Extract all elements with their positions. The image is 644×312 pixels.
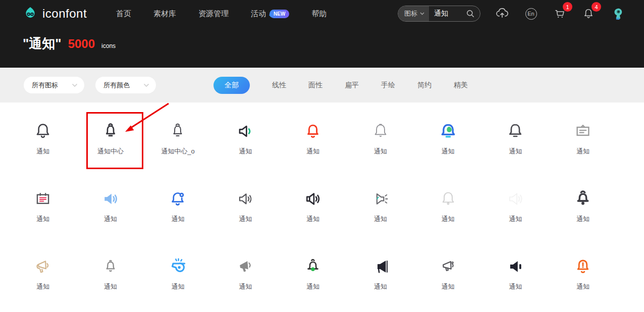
icon-card[interactable]: 通知: [549, 170, 617, 238]
iconfont-logo[interactable]: iconfont: [23, 6, 87, 21]
search-category-dropdown[interactable]: 图标: [398, 6, 429, 21]
upload-button[interactable]: [495, 6, 510, 21]
icon-card[interactable]: 通知: [481, 170, 549, 238]
nav-item-4[interactable]: 活动NEW: [251, 9, 289, 19]
search-button[interactable]: [466, 9, 480, 18]
topbar: iconfont 首页素材库资源管理活动NEW帮助 图标: [0, 0, 644, 27]
icon-card[interactable]: 通知: [211, 238, 279, 305]
new-badge: NEW: [270, 10, 289, 18]
icon-card[interactable]: 通知: [279, 238, 347, 305]
icon-card[interactable]: 通知: [347, 238, 414, 305]
icon-card[interactable]: 通知: [211, 170, 279, 238]
nav-item-label: 资源管理: [198, 9, 229, 19]
tab-手绘[interactable]: 手绘: [381, 81, 395, 90]
search-query-title: "通知": [23, 35, 62, 53]
icon-card[interactable]: 通知: [414, 238, 482, 305]
icon-card[interactable]: 通知: [9, 102, 77, 170]
icon-card-label: 通知: [171, 282, 184, 291]
icon-card[interactable]: 通知: [414, 102, 482, 170]
bell-center-icon: [101, 122, 120, 141]
icon-card-label: 通知: [36, 147, 49, 156]
icon-card[interactable]: 通知: [347, 102, 414, 170]
icon-card[interactable]: 通知: [414, 170, 482, 238]
speaker-white-icon: [506, 189, 525, 209]
icon-card-label: 通知: [171, 215, 184, 224]
bell-dot-blue-icon: [168, 189, 187, 209]
user-avatar[interactable]: [610, 6, 625, 21]
header-icons: En 1 4: [495, 6, 625, 21]
tab-线性[interactable]: 线性: [272, 81, 286, 90]
speaker-solid-bar-icon: [506, 257, 525, 276]
icon-card[interactable]: 通知: [279, 170, 347, 238]
nav-item-label: 活动: [251, 9, 266, 19]
language-icon: En: [525, 8, 537, 20]
tab-简约[interactable]: 简约: [417, 81, 432, 90]
icon-card-label: 通知: [576, 282, 589, 291]
icon-card-label: 通知: [442, 215, 455, 224]
icon-card[interactable]: 通知: [481, 102, 549, 170]
icon-card[interactable]: 通知: [279, 102, 347, 170]
megaphone-solid-icon: [236, 257, 255, 276]
speaker-green-wave-icon: [236, 122, 255, 141]
nav-item-label: 素材库: [153, 9, 176, 19]
notifications-button[interactable]: 4: [581, 6, 596, 21]
chevron-down-icon: [72, 83, 78, 87]
icon-card[interactable]: 通知: [144, 170, 212, 238]
icon-card[interactable]: 通知中心_o: [144, 102, 212, 170]
tab-面性[interactable]: 面性: [308, 81, 323, 90]
icon-card[interactable]: 通知中心: [77, 102, 144, 170]
icon-card-label: 通知: [509, 282, 522, 291]
icon-card[interactable]: 通知: [144, 238, 212, 305]
board-gray-icon: [573, 122, 593, 141]
icon-card-label: 通知: [239, 282, 252, 291]
icon-card[interactable]: 通知: [549, 102, 617, 170]
icon-card[interactable]: 通知: [347, 170, 414, 238]
horn-solid-icon: [371, 257, 390, 276]
icon-card-label: 通知: [576, 215, 589, 224]
icon-card-label: 通知中心: [97, 147, 124, 156]
search-icon: [466, 9, 475, 18]
bell-thin-icon: [371, 122, 390, 141]
tab-精美[interactable]: 精美: [454, 81, 468, 90]
nav-item-5[interactable]: 帮助: [311, 9, 327, 19]
dropdown-value: 所有图标: [32, 81, 58, 90]
icon-card-label: 通知: [442, 282, 455, 291]
icon-card-label: 通知: [374, 282, 387, 291]
filter-dropdown-2[interactable]: 所有颜色: [95, 77, 156, 93]
nav-item-1[interactable]: 首页: [116, 9, 131, 19]
icon-card[interactable]: 通知: [481, 238, 549, 305]
upload-cloud-icon: [495, 7, 509, 21]
icon-card[interactable]: 通知: [77, 170, 144, 238]
speaker-blue-filled-icon: [101, 189, 120, 209]
cart-badge: 1: [563, 2, 572, 12]
bell-green-dot-icon: [303, 257, 323, 276]
search-category-label: 图标: [404, 9, 417, 18]
nav-item-2[interactable]: 素材库: [153, 9, 176, 19]
bell-exclaim-icon: [573, 257, 593, 276]
cart-button[interactable]: 1: [552, 6, 567, 21]
language-toggle[interactable]: En: [523, 6, 539, 21]
icon-card-label: 通知: [239, 147, 252, 156]
filter-bar: 所有图标所有颜色 全部线性面性扁平手绘简约精美: [0, 68, 644, 102]
icon-card-label: 通知: [104, 215, 117, 224]
icon-grid: 通知通知中心通知中心_o通知通知通知通知通知通知通知通知通知通知通知通知通知通知…: [9, 102, 617, 305]
bell-red-icon: [303, 122, 323, 141]
filter-dropdown-1[interactable]: 所有图标: [24, 77, 84, 93]
iconfont-logo-icon: [23, 6, 38, 21]
nav-item-3[interactable]: 资源管理: [198, 9, 229, 19]
chevron-down-icon: [420, 12, 424, 15]
chevron-down-icon: [143, 83, 149, 87]
icon-card[interactable]: 通知: [549, 238, 617, 305]
speaker-left-rays-icon: [371, 189, 390, 209]
icon-card[interactable]: 通知: [211, 102, 279, 170]
icon-card-label: 通知: [306, 282, 319, 291]
search-input[interactable]: [429, 10, 466, 18]
icon-card[interactable]: 通知: [9, 170, 77, 238]
tab-扁平[interactable]: 扁平: [345, 81, 359, 90]
bell-underline-icon: [506, 122, 525, 141]
notifications-badge: 4: [592, 2, 601, 12]
icon-card[interactable]: 通知: [9, 238, 77, 305]
icon-card[interactable]: 通知: [77, 238, 144, 305]
header-search: 图标: [398, 6, 480, 22]
tab-全部[interactable]: 全部: [213, 77, 250, 94]
